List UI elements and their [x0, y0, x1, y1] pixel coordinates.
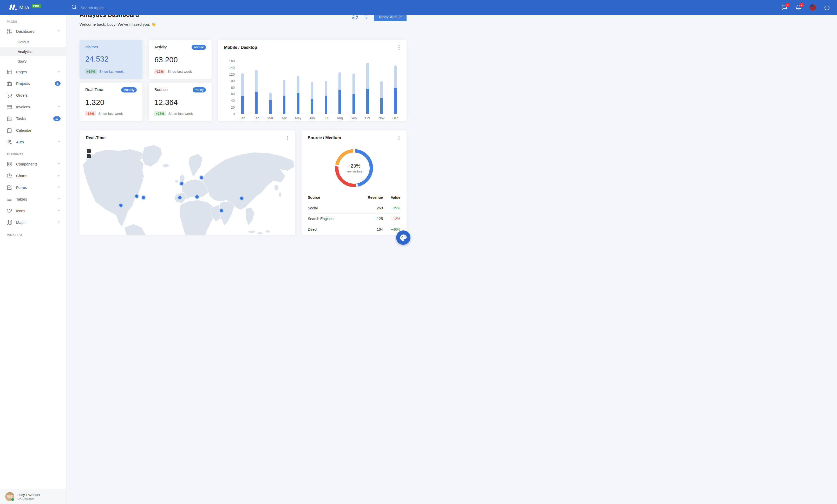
map-marker-us-central[interactable]: [134, 193, 139, 199]
bar-mar[interactable]: [269, 93, 272, 114]
y-axis-tick: 80: [226, 86, 235, 89]
x-axis-label: Jul: [324, 116, 328, 120]
chevron-down-icon: [57, 220, 60, 225]
sidebar-item-dashboard[interactable]: Dashboard: [0, 25, 66, 37]
map-marker-russia-west[interactable]: [199, 175, 204, 180]
main-content: Analytics Dashboard Welcome back, Lucy! …: [67, 0, 418, 235]
y-axis-tick: 0: [226, 112, 235, 116]
stat-period-badge[interactable]: Yearly: [193, 87, 206, 93]
sidebar-item-tasks[interactable]: Tasks17: [0, 113, 66, 125]
brand[interactable]: Mira PRO: [0, 4, 58, 11]
bar-jan[interactable]: [241, 73, 244, 114]
map-zoom-out-button[interactable]: −: [87, 154, 91, 158]
map-marker-turkey[interactable]: [194, 194, 200, 200]
sidebar-item-charts[interactable]: Charts: [0, 170, 66, 182]
bar-jul[interactable]: [325, 81, 327, 114]
x-axis-label: Feb: [253, 116, 259, 120]
bar-nov[interactable]: [380, 81, 383, 114]
bar-oct[interactable]: [366, 62, 369, 114]
check-square-icon: [7, 116, 12, 121]
map-menu-button[interactable]: [285, 135, 290, 141]
sidebar-item-forms[interactable]: Forms: [0, 182, 66, 193]
map-marker-iberia[interactable]: [177, 195, 182, 200]
x-axis-label: Oct: [365, 116, 370, 120]
search-input[interactable]: [81, 5, 159, 10]
sidebar-section-label: ELEMENTS: [0, 148, 66, 158]
bar-aug[interactable]: [338, 72, 341, 114]
sidebar-item-label: Calendar: [16, 128, 60, 132]
chart-menu-button[interactable]: [397, 45, 401, 50]
table-row[interactable]: Search Engines125-12%: [308, 213, 400, 224]
table-header-source: Source: [308, 193, 355, 203]
stat-period-badge[interactable]: Monthly: [121, 87, 137, 93]
sidebar-item-tables[interactable]: Tables: [0, 193, 66, 205]
world-map[interactable]: [79, 142, 295, 235]
sidebar-item-orders[interactable]: Orders: [0, 89, 66, 101]
sidebar-item-pages[interactable]: Pages: [0, 66, 66, 78]
sidebar-item-label: Invoices: [16, 105, 57, 109]
bar-jun[interactable]: [311, 82, 314, 114]
map-zoom-in-button[interactable]: +: [87, 149, 91, 153]
chevron-down-icon: [57, 70, 60, 74]
theme-settings-fab[interactable]: [396, 230, 410, 245]
stat-period-badge[interactable]: Annual: [192, 45, 206, 50]
sidebar-item-label: Auth: [16, 140, 57, 144]
users-icon: [7, 139, 12, 145]
chevron-down-icon: [57, 185, 60, 190]
bar-may[interactable]: [297, 76, 300, 114]
sidebar-subitem-analytics[interactable]: Analytics: [0, 47, 66, 56]
map-marker-china-east[interactable]: [239, 195, 244, 201]
sidebar-subitem-label: SaaS: [18, 59, 26, 63]
bar-dec[interactable]: [394, 66, 397, 114]
sidebar-item-components[interactable]: Components: [0, 158, 66, 170]
sidebar-item-label: Orders: [16, 93, 60, 97]
source-title: Source / Medium: [308, 136, 400, 140]
stat-value: 12.364: [155, 98, 206, 107]
map-marker-us-west[interactable]: [118, 203, 123, 208]
cell-value: +35%: [383, 203, 400, 213]
sidebar-section-label: MIRA PRO: [0, 228, 66, 239]
sidebar-subitem-label: Analytics: [18, 50, 32, 54]
map-marker-us-east[interactable]: [141, 195, 146, 200]
map-marker-india-north[interactable]: [219, 208, 224, 213]
x-axis-label: Jan: [240, 116, 245, 120]
sidebar-item-invoices[interactable]: Invoices: [0, 101, 66, 113]
sidebar-section-label: PAGES: [0, 15, 66, 25]
sidebar-subitem-default[interactable]: Default: [0, 37, 66, 47]
chevron-down-icon: [57, 173, 60, 178]
bar-sep[interactable]: [353, 74, 355, 114]
table-header-value: Value: [383, 193, 400, 203]
source-table: SourceRevenueValue Social260+35%Search E…: [308, 193, 400, 235]
stat-change-chip: +14%: [85, 69, 97, 74]
heart-icon: [7, 208, 12, 213]
briefcase-icon: [7, 81, 12, 86]
y-axis-tick: 140: [226, 66, 235, 70]
sidebar-item-label: Tables: [16, 197, 57, 201]
sidebar-subitem-saas[interactable]: SaaS: [0, 56, 66, 66]
map-marker-uk[interactable]: [179, 181, 184, 186]
y-axis-tick: 100: [226, 79, 235, 83]
mira-logo-icon: [9, 4, 17, 11]
palette-icon: [399, 234, 407, 242]
stat-value: 1.320: [85, 98, 137, 107]
sidebar-item-auth[interactable]: Auth: [0, 136, 66, 148]
sidebar-item-calendar[interactable]: Calendar: [0, 125, 66, 136]
sidebar-item-icons[interactable]: Icons: [0, 205, 66, 217]
table-row[interactable]: Social260+35%: [308, 203, 400, 213]
bar-apr[interactable]: [283, 80, 286, 114]
shopping-cart-icon: [7, 93, 12, 98]
cell-source: Social: [308, 203, 355, 213]
stat-note: Since last week: [98, 112, 123, 116]
cell-value: -12%: [383, 213, 400, 224]
sidebar-item-label: Charts: [16, 174, 57, 178]
sidebar-item-projects[interactable]: Projects8: [0, 78, 66, 89]
sidebar-item-label: Projects: [16, 81, 55, 86]
source-menu-button[interactable]: [397, 135, 401, 141]
map-title: Real-Time: [86, 136, 289, 140]
bar-feb[interactable]: [255, 70, 258, 114]
stat-value: 24.532: [85, 55, 137, 63]
sidebar-item-maps[interactable]: Maps: [0, 217, 66, 228]
table-row[interactable]: Direct164+46%: [308, 224, 400, 235]
stat-title: Real-Time: [85, 87, 103, 92]
realtime-map-card: Real-Time + −: [79, 130, 295, 235]
